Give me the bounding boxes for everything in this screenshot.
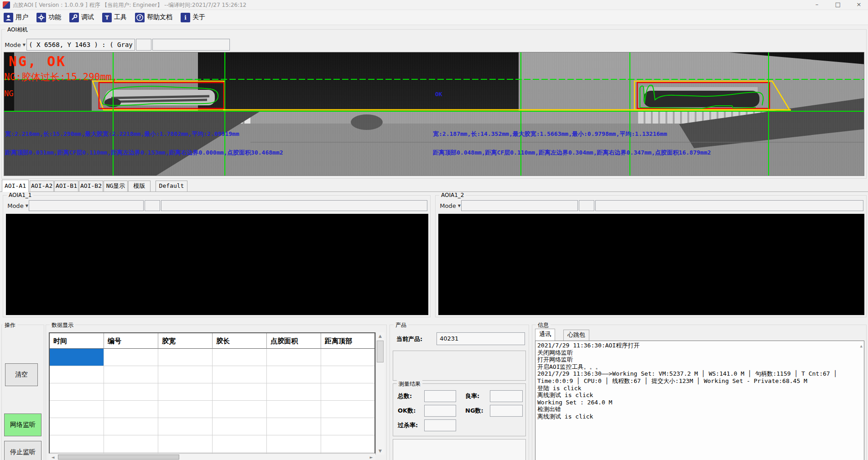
product-empty-panel-2: [393, 439, 526, 460]
panel-a-field1[interactable]: [29, 200, 144, 211]
tab-ng-display[interactable]: NG显示: [104, 181, 128, 191]
info-group: 信息 通讯 心跳包 2021/7/29 11:36:30:AOI程序打开 关闭网…: [532, 325, 867, 460]
svg-text:i: i: [184, 15, 187, 21]
tab-template[interactable]: 模版: [128, 181, 151, 191]
table-row[interactable]: [50, 401, 374, 418]
col-header-glue-length: 胶长: [213, 333, 267, 349]
measure-right-line1: 宽:2.187mm,长:14.352mm,最大胶宽:1.5663mm,最小:0.…: [433, 130, 667, 138]
table-vertical-scrollbar[interactable]: ▲ ▼: [375, 332, 385, 455]
toolbar-item-function[interactable]: 功能: [36, 13, 61, 22]
log-line: 2021/7/29 11:36:30——>Working Set: VM:523…: [537, 370, 862, 377]
info-group-label: 信息: [536, 321, 551, 329]
panel-b-field1[interactable]: [461, 200, 578, 211]
camera-coords-field[interactable]: ( X 6568, Y 1463 ) : ( Gray 135 ): [26, 39, 135, 51]
window-title: 点胶AOI [ Version : 1.0.0.9 ] 程序 【当前用户: En…: [13, 0, 246, 10]
overkill-field[interactable]: [424, 419, 456, 431]
log-scroll-up-icon[interactable]: ▲: [860, 343, 863, 350]
panel-b-field2[interactable]: [579, 200, 594, 211]
table-vscroll-thumb[interactable]: [377, 341, 384, 362]
maximize-button[interactable]: □: [829, 0, 847, 10]
dropdown-arrow-icon: ▼: [23, 43, 26, 47]
ok-count-field[interactable]: [424, 405, 456, 417]
table-row[interactable]: [50, 435, 374, 453]
col-header-glue-area: 点胶面积: [267, 333, 321, 349]
col-header-dist-top: 距离顶部: [321, 333, 375, 349]
tab-aoi-a2[interactable]: AOI-A2: [30, 181, 54, 191]
help-icon: ?: [135, 13, 145, 22]
table-row[interactable]: [50, 383, 374, 401]
toolbar-item-about[interactable]: i 关于: [181, 13, 205, 22]
tab-communication[interactable]: 通讯: [535, 329, 555, 341]
main-toolbar: 用户 功能 调试 T 工具 ? 帮助文档 i 关于: [0, 10, 868, 25]
table-row[interactable]: [50, 418, 374, 435]
log-line: 打开网络监听: [537, 356, 862, 363]
panel-aoia1-2: AOIA1_2 Mode ▼: [435, 195, 867, 317]
stop-listen-button[interactable]: 停止监听: [4, 441, 42, 460]
dropdown-arrow-icon: ▼: [26, 204, 28, 208]
toolbar-item-debug[interactable]: 调试: [69, 13, 94, 22]
clear-button[interactable]: 清空: [5, 363, 38, 386]
toolbar-item-help[interactable]: ? 帮助文档: [135, 13, 172, 22]
network-listen-button[interactable]: 网络监听: [4, 413, 42, 436]
panel-a-field2[interactable]: [145, 200, 160, 211]
panel-a-image[interactable]: [6, 214, 428, 315]
log-line: 检测出错: [537, 406, 862, 413]
yield-label: 良率:: [465, 392, 479, 400]
panel-b-label: AOIA1_2: [439, 192, 466, 198]
tab-default[interactable]: Default: [156, 181, 187, 191]
panel-b-field3[interactable]: [595, 200, 863, 211]
result-text-ngok: NG, OK: [9, 53, 66, 69]
table-row[interactable]: [50, 349, 374, 366]
table-hscroll-thumb[interactable]: [58, 455, 179, 460]
wrench-icon: [69, 13, 79, 22]
col-header-id: 编号: [104, 333, 158, 349]
tab-aoi-a1[interactable]: AOI-A1: [2, 180, 29, 192]
log-line: 离线测试 is click: [537, 392, 862, 399]
camera-group-label: AOI相机: [5, 26, 30, 34]
product-empty-panel-1: [393, 351, 526, 381]
svg-text:?: ?: [139, 16, 141, 20]
panel-a-field3[interactable]: [161, 200, 427, 211]
measure-right-line2: 距离顶部0.048mm,距离CF层0.110mm,距离左边界0.304mm,距离…: [433, 149, 711, 157]
ng-count-label: NG数:: [465, 407, 483, 415]
current-product-field[interactable]: 40231: [437, 332, 525, 345]
panel-b-mode-dropdown[interactable]: Mode ▼: [439, 200, 461, 211]
current-product-label: 当前产品:: [396, 335, 422, 343]
close-button[interactable]: ×: [850, 0, 868, 10]
table-horizontal-scrollbar[interactable]: ◄ ►: [49, 453, 375, 460]
app-icon: [3, 1, 10, 9]
result-text-ng: NG: [4, 89, 13, 98]
selected-cell[interactable]: [50, 349, 104, 366]
camera-mode-dropdown[interactable]: Mode ▼: [4, 39, 26, 51]
yield-field[interactable]: [490, 390, 523, 402]
scroll-up-icon[interactable]: ▲: [376, 334, 385, 338]
scroll-left-icon[interactable]: ◄: [50, 455, 56, 460]
ng-count-field[interactable]: [490, 405, 523, 417]
camera-image-viewport[interactable]: NG, OK NG:胶体过长:15.290mm, NG OK 宽:2.216mm…: [4, 52, 864, 176]
scroll-down-icon[interactable]: ▼: [376, 449, 385, 453]
log-line: 登陆 is click: [537, 385, 862, 392]
total-field[interactable]: [424, 390, 456, 402]
title-bar: 点胶AOI [ Version : 1.0.0.9 ] 程序 【当前用户: En…: [0, 0, 868, 10]
camera-small-field[interactable]: [136, 39, 151, 51]
tab-heartbeat[interactable]: 心跳包: [563, 330, 589, 341]
product-group: 产品 当前产品: 40231 测量结果 总数: 良率: OK数: NG数: 过杀…: [390, 325, 529, 460]
tab-aoi-b1[interactable]: AOI-B1: [54, 181, 78, 191]
panel-b-image[interactable]: [438, 214, 864, 315]
datagrid-group: 数据显示 时间 编号 胶宽 胶长 点胶面积 距离顶部 ▲ ▼ ◄ ►: [46, 325, 387, 460]
measure-left-line2: 距离顶部0.031mm,距离CF层0.110mm,距离左边界0.153mm,距离…: [5, 149, 283, 157]
communication-log[interactable]: 2021/7/29 11:36:30:AOI程序打开 关闭网络监听 打开网络监听…: [535, 341, 864, 460]
tab-aoi-b2[interactable]: AOI-B2: [79, 181, 103, 191]
camera-extra-field[interactable]: [152, 39, 230, 51]
minimize-button[interactable]: –: [808, 0, 826, 10]
toolbar-item-tools[interactable]: T 工具: [102, 13, 127, 22]
table-header-row: 时间 编号 胶宽 胶长 点胶面积 距离顶部: [50, 333, 374, 349]
measure-left-line1: 宽:2.216mm,长:15.290mm,最大胶宽:2.2218mm,最小:1.…: [5, 130, 239, 138]
operate-group-label: 操作: [3, 321, 17, 329]
toolbar-item-user[interactable]: 用户: [4, 13, 28, 22]
panel-a-label: AOIA1_1: [7, 192, 33, 198]
scroll-right-icon[interactable]: ►: [368, 455, 374, 460]
log-line: Time:0:0:9 │ CPU:0 │ 线程数:67 │ 提交大小:123M …: [537, 377, 862, 385]
panel-a-mode-dropdown[interactable]: Mode ▼: [7, 200, 29, 211]
table-row[interactable]: [50, 366, 374, 383]
